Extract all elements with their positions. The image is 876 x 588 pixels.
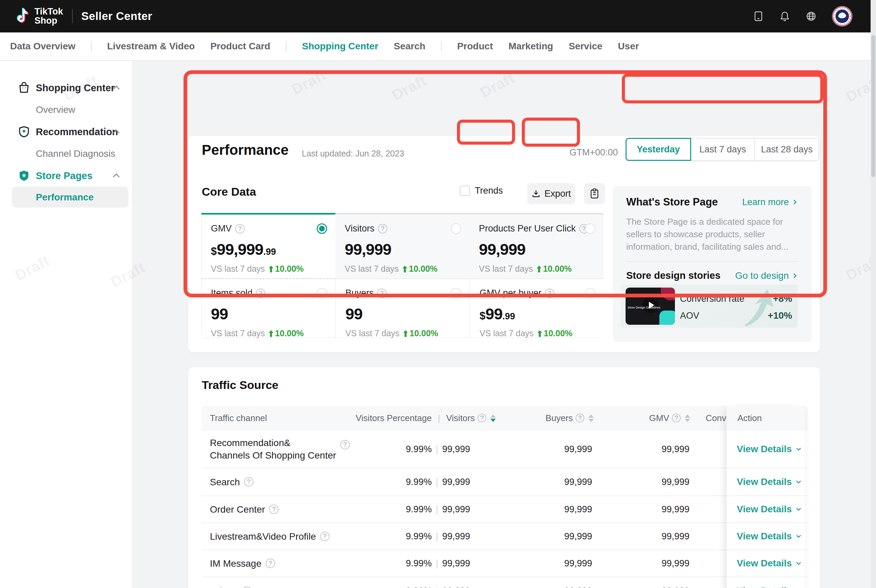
sidebar-item-performance[interactable]: Performance xyxy=(0,186,133,208)
help-icon[interactable]: ? xyxy=(377,289,387,298)
store-page-description: The Store Page is a dedicated space for … xyxy=(626,216,799,253)
nav-data-overview[interactable]: Data Overview xyxy=(10,41,75,52)
account-avatar[interactable] xyxy=(832,6,852,26)
nav-livestream-video[interactable]: Livestream & Video xyxy=(107,41,195,52)
vs-label: VS last 7 days xyxy=(480,328,534,338)
table-row-recommendation: Recommendation&Channels Of Shopping Cent… xyxy=(202,430,808,468)
metric-change: +10% xyxy=(768,310,792,321)
visitors-value: 99,999 xyxy=(442,444,470,454)
panel-divider xyxy=(626,261,798,262)
clipboard-button[interactable] xyxy=(584,183,605,204)
metric-radio[interactable] xyxy=(316,288,327,298)
last-updated-text: Last updated: Jun 28, 2023 xyxy=(302,149,404,159)
table-row-others: Others? 9.99%|99,999 99,999 99,999 xyxy=(202,577,808,588)
view-details-link[interactable]: View Details xyxy=(737,586,802,588)
up-arrow-icon xyxy=(537,330,542,337)
table-row-im-message: IM Message? 9.99%|99,999 99,999 99,999 xyxy=(202,550,808,577)
metric-card-buyers[interactable]: Buyers? 99 VS last 7 days 10.00% xyxy=(335,279,470,338)
tab-last-7-days[interactable]: Last 7 days xyxy=(691,138,755,160)
notification-bell-icon[interactable] xyxy=(779,11,790,22)
metric-radio[interactable] xyxy=(451,224,461,234)
metric-card-gmv[interactable]: GMV? $99,999.99 VS last 7 days 10.00% xyxy=(201,213,335,279)
metric-card-gmv-per-buyer[interactable]: GMV per buyer? $99.99 VS last 7 days 10.… xyxy=(470,279,604,338)
vs-label: VS last 7 days xyxy=(211,264,265,274)
nav-search[interactable]: Search xyxy=(394,41,425,52)
page-body: Shopping Center Overview Recommendation … xyxy=(0,61,876,588)
buyers-value: 99,999 xyxy=(564,558,592,569)
scrollbar-thumb[interactable] xyxy=(871,35,875,177)
go-to-design-link[interactable]: Go to design xyxy=(735,270,798,281)
thumb-red-blob xyxy=(661,288,675,300)
col-buyers[interactable]: Buyers ? xyxy=(526,405,594,430)
metric-card-visitors[interactable]: Visitors? 99,999 VS last 7 days 10.00% xyxy=(335,213,470,279)
aov-row: AOV +10% xyxy=(680,310,792,321)
metric-radio-selected[interactable] xyxy=(316,224,327,234)
video-thumbnail[interactable]: Store Design Guidelines xyxy=(626,288,675,325)
help-icon[interactable]: ? xyxy=(545,289,554,298)
help-icon[interactable]: ? xyxy=(244,477,254,487)
nav-shopping-center[interactable]: Shopping Center xyxy=(302,41,378,52)
design-story-card[interactable]: Store Design Guidelines Conversion rate … xyxy=(621,285,798,328)
metric-card-products-per-user-click[interactable]: Products Per User Click? 99,999 VS last … xyxy=(470,213,604,279)
up-arrow-icon xyxy=(268,266,274,272)
col-visitors[interactable]: Visitors Percentage | Visitors ? xyxy=(351,405,496,430)
help-icon[interactable]: ? xyxy=(576,414,584,422)
sidebar-item-recommendation[interactable]: Recommendation xyxy=(0,121,133,142)
metric-radio[interactable] xyxy=(585,288,596,298)
change-value: 10.00% xyxy=(409,264,438,274)
sidebar-item-overview[interactable]: Overview xyxy=(0,99,133,121)
metric-name: Conversion rate xyxy=(680,294,744,304)
export-button[interactable]: Export xyxy=(527,183,575,204)
learn-more-link[interactable]: Learn more xyxy=(742,197,798,207)
view-details-link[interactable]: View Details xyxy=(737,558,802,569)
nav-marketing[interactable]: Marketing xyxy=(508,41,553,52)
globe-language-icon[interactable] xyxy=(806,11,816,22)
page-title: Performance xyxy=(202,142,289,158)
nav-product-card[interactable]: Product Card xyxy=(210,41,270,52)
chevron-up-icon xyxy=(112,171,121,180)
help-icon[interactable]: ? xyxy=(477,414,486,422)
nav-user[interactable]: User xyxy=(618,41,639,52)
help-icon[interactable]: ? xyxy=(340,440,350,450)
play-button-icon[interactable] xyxy=(642,297,659,313)
help-icon[interactable]: ? xyxy=(235,224,244,234)
sort-icon-buyers[interactable] xyxy=(588,414,594,422)
col-gmv[interactable]: GMV ? xyxy=(624,405,690,430)
view-details-link[interactable]: View Details xyxy=(737,444,802,454)
view-details-link[interactable]: View Details xyxy=(737,504,802,514)
help-icon[interactable]: ? xyxy=(269,504,279,514)
view-details-link[interactable]: View Details xyxy=(737,477,802,487)
sort-icon-gmv[interactable] xyxy=(685,414,690,422)
stories-title: Store design stories xyxy=(626,270,720,281)
help-icon[interactable]: ? xyxy=(320,532,330,541)
brand-lockup[interactable]: TikTok Shop Seller Center xyxy=(12,6,152,26)
tab-last-28-days[interactable]: Last 28 days xyxy=(755,138,819,160)
col-visitors-percentage-label: Visitors Percentage xyxy=(356,413,432,423)
sort-icon-visitors[interactable] xyxy=(490,414,496,422)
help-icon[interactable]: ? xyxy=(378,224,387,234)
metric-card-items-sold[interactable]: Items sold? 99 VS last 7 days 10.00% xyxy=(201,279,335,338)
device-icon[interactable] xyxy=(753,11,764,22)
header-actions xyxy=(753,6,852,26)
help-icon[interactable]: ? xyxy=(672,414,681,422)
metric-value: 99 xyxy=(485,305,502,323)
brand-line1: TikTok xyxy=(34,7,63,16)
help-icon[interactable]: ? xyxy=(266,559,275,568)
nav-separator xyxy=(441,41,442,51)
nav-product[interactable]: Product xyxy=(457,41,493,52)
sidebar-item-shopping-center[interactable]: Shopping Center xyxy=(0,77,133,99)
help-icon[interactable]: ? xyxy=(242,586,252,588)
view-details-link[interactable]: View Details xyxy=(737,531,802,542)
sidebar-item-store-pages[interactable]: Store Pages xyxy=(0,165,133,186)
tab-yesterday[interactable]: Yesterday xyxy=(626,138,691,161)
gmv-value: 99,999 xyxy=(662,477,690,487)
sidebar-item-channel-diagnosis[interactable]: Channel Diagnosis xyxy=(0,143,133,165)
metric-radio[interactable] xyxy=(585,224,596,234)
metric-radio[interactable] xyxy=(451,288,461,298)
help-icon[interactable]: ? xyxy=(256,289,265,298)
scrollbar-track[interactable] xyxy=(871,0,876,588)
nav-service[interactable]: Service xyxy=(569,41,603,52)
chevron-down-icon xyxy=(795,533,802,540)
trends-checkbox[interactable] xyxy=(460,186,470,196)
trends-toggle[interactable]: Trends xyxy=(460,186,503,196)
